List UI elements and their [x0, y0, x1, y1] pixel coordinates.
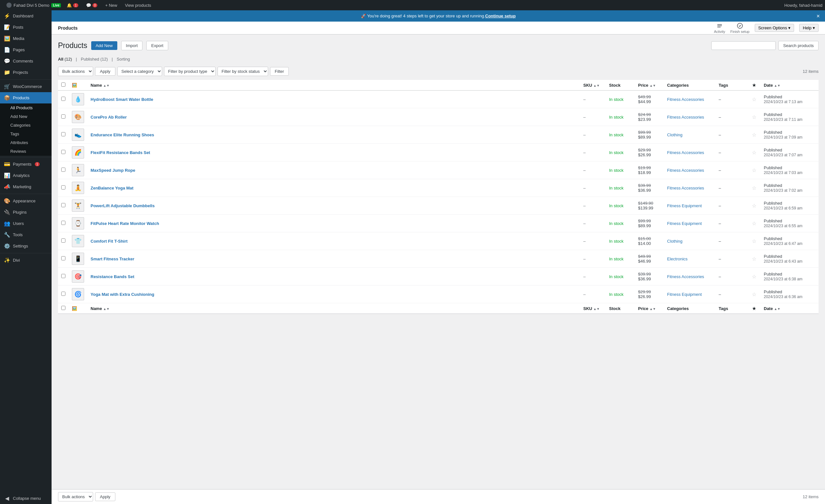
- product-link-3[interactable]: FlexiFit Resistance Bands Set: [90, 150, 150, 155]
- search-products-button[interactable]: Search products: [778, 41, 819, 50]
- sidebar-item-dashboard[interactable]: ⚡ Dashboard: [0, 10, 52, 21]
- category-link-3[interactable]: Fitness Accessories: [667, 150, 704, 155]
- row-checkbox-6[interactable]: [61, 203, 65, 207]
- category-link-0[interactable]: Fitness Accessories: [667, 97, 704, 102]
- product-link-8[interactable]: Comfort Fit T-Shirt: [90, 239, 128, 243]
- tab-sorting[interactable]: Sorting: [117, 56, 130, 63]
- product-link-5[interactable]: ZenBalance Yoga Mat: [90, 186, 133, 191]
- sidebar-subitem-attributes[interactable]: Attributes: [0, 138, 52, 147]
- export-button[interactable]: Export: [146, 41, 168, 50]
- product-link-0[interactable]: HydroBoost Smart Water Bottle: [90, 97, 153, 102]
- product-type-select[interactable]: Filter by product type: [164, 67, 216, 76]
- adminbar-site[interactable]: Fahad Divi 5 Demo Live: [6, 3, 61, 8]
- category-select[interactable]: Select a category: [117, 67, 162, 76]
- price-sort-link[interactable]: Price ▲▼: [638, 83, 656, 88]
- tab-all[interactable]: All (12): [58, 56, 72, 63]
- sidebar-item-users[interactable]: 👥 Users: [0, 218, 52, 229]
- featured-star-10[interactable]: ☆: [752, 274, 756, 279]
- select-all-checkbox[interactable]: [61, 82, 65, 87]
- search-input[interactable]: [711, 41, 776, 50]
- col-header-date[interactable]: Date ▲▼: [761, 80, 819, 90]
- sidebar-item-projects[interactable]: 📁 Projects: [0, 67, 52, 78]
- featured-star-0[interactable]: ☆: [752, 97, 756, 102]
- sidebar-subitem-tags[interactable]: Tags: [0, 130, 52, 138]
- continue-setup-link[interactable]: Continue setup: [485, 13, 516, 18]
- sidebar-subitem-categories[interactable]: Categories: [0, 121, 52, 130]
- sidebar-item-woocommerce[interactable]: 🛒 WooCommerce: [0, 81, 52, 92]
- row-checkbox-9[interactable]: [61, 256, 65, 261]
- col-footer-name[interactable]: Name ▲▼: [87, 303, 580, 314]
- adminbar-new[interactable]: + New: [103, 0, 119, 10]
- sidebar-subitem-add-new[interactable]: Add New: [0, 112, 52, 121]
- sku-sort-link[interactable]: SKU ▲▼: [583, 83, 600, 88]
- featured-star-5[interactable]: ☆: [752, 185, 756, 191]
- product-link-4[interactable]: MaxSpeed Jump Rope: [90, 168, 135, 173]
- col-footer-price[interactable]: Price ▲▼: [635, 303, 664, 314]
- sidebar-item-posts[interactable]: 📝 Posts: [0, 21, 52, 33]
- featured-star-11[interactable]: ☆: [752, 292, 756, 297]
- sidebar-item-tools[interactable]: 🔧 Tools: [0, 229, 52, 240]
- name-sort-footer-link[interactable]: Name ▲▼: [90, 306, 109, 311]
- product-link-10[interactable]: Resistance Bands Set: [90, 274, 134, 279]
- category-link-5[interactable]: Fitness Accessories: [667, 186, 704, 191]
- category-link-2[interactable]: Clothing: [667, 132, 683, 137]
- featured-star-1[interactable]: ☆: [752, 115, 756, 120]
- row-checkbox-1[interactable]: [61, 115, 65, 119]
- row-checkbox-3[interactable]: [61, 150, 65, 154]
- date-sort-link[interactable]: Date ▲▼: [764, 83, 780, 88]
- col-header-price[interactable]: Price ▲▼: [635, 80, 664, 90]
- row-checkbox-2[interactable]: [61, 132, 65, 136]
- row-checkbox-4[interactable]: [61, 167, 65, 172]
- adminbar-view-products[interactable]: View products: [123, 0, 153, 10]
- product-link-1[interactable]: CorePro Ab Roller: [90, 115, 127, 120]
- category-link-4[interactable]: Fitness Accessories: [667, 168, 704, 173]
- price-sort-footer-link[interactable]: Price ▲▼: [638, 306, 656, 311]
- sku-sort-footer-link[interactable]: SKU ▲▼: [583, 306, 600, 311]
- sidebar-subitem-reviews[interactable]: Reviews: [0, 147, 52, 156]
- category-link-9[interactable]: Electronics: [667, 257, 688, 261]
- sidebar-item-divi[interactable]: ✨ Divi: [0, 255, 52, 266]
- featured-star-7[interactable]: ☆: [752, 221, 756, 226]
- tab-published[interactable]: Published (12): [81, 56, 108, 63]
- category-link-6[interactable]: Fitness Equipment: [667, 203, 702, 208]
- sidebar-item-payments[interactable]: 💳 Payments 1: [0, 158, 52, 170]
- category-link-8[interactable]: Clothing: [667, 239, 683, 243]
- featured-star-4[interactable]: ☆: [752, 167, 756, 173]
- featured-star-8[interactable]: ☆: [752, 238, 756, 244]
- sidebar-item-comments[interactable]: 💬 Comments: [0, 56, 52, 67]
- sidebar-item-settings[interactable]: ⚙️ Settings: [0, 240, 52, 252]
- product-link-6[interactable]: PowerLift Adjustable Dumbbells: [90, 203, 155, 208]
- sidebar-item-media[interactable]: 🖼️ Media: [0, 33, 52, 44]
- bulk-apply-button[interactable]: Apply: [95, 67, 116, 76]
- col-footer-date[interactable]: Date ▲▼: [761, 303, 819, 314]
- sidebar-item-products[interactable]: 📦 Products: [0, 92, 52, 103]
- adminbar-notifications[interactable]: 🔔 1: [65, 0, 80, 10]
- row-checkbox-0[interactable]: [61, 97, 65, 101]
- category-link-10[interactable]: Fitness Accessories: [667, 274, 704, 279]
- bulk-actions-select[interactable]: Bulk actions: [58, 67, 93, 76]
- featured-star-2[interactable]: ☆: [752, 132, 756, 138]
- category-link-1[interactable]: Fitness Accessories: [667, 115, 704, 120]
- sidebar-collapse[interactable]: ◀ Collapse menu: [0, 493, 52, 504]
- product-link-7[interactable]: FitPulse Heart Rate Monitor Watch: [90, 221, 159, 226]
- finish-setup-action[interactable]: Finish setup: [730, 22, 749, 33]
- date-sort-footer-link[interactable]: Date ▲▼: [764, 306, 780, 311]
- sidebar-item-plugins[interactable]: 🔌 Plugins: [0, 207, 52, 218]
- bottom-apply-button[interactable]: Apply: [95, 492, 116, 501]
- sidebar-item-marketing[interactable]: 📣 Marketing: [0, 181, 52, 192]
- row-checkbox-11[interactable]: [61, 292, 65, 296]
- adminbar-comments[interactable]: 💬 0: [84, 0, 99, 10]
- featured-star-6[interactable]: ☆: [752, 203, 756, 209]
- product-link-9[interactable]: Smart Fitness Tracker: [90, 257, 134, 261]
- row-checkbox-10[interactable]: [61, 274, 65, 278]
- col-header-name[interactable]: Name ▲▼: [87, 80, 580, 90]
- featured-star-9[interactable]: ☆: [752, 256, 756, 262]
- import-button[interactable]: Import: [121, 41, 143, 50]
- featured-star-3[interactable]: ☆: [752, 150, 756, 155]
- screen-options-button[interactable]: Screen Options ▾: [755, 24, 795, 32]
- bottom-bulk-actions-select[interactable]: Bulk actions: [58, 492, 93, 501]
- add-new-button[interactable]: Add New: [91, 41, 117, 50]
- product-link-11[interactable]: Yoga Mat with Extra Cushioning: [90, 292, 154, 297]
- category-link-7[interactable]: Fitness Equipment: [667, 221, 702, 226]
- sidebar-item-pages[interactable]: 📄 Pages: [0, 44, 52, 56]
